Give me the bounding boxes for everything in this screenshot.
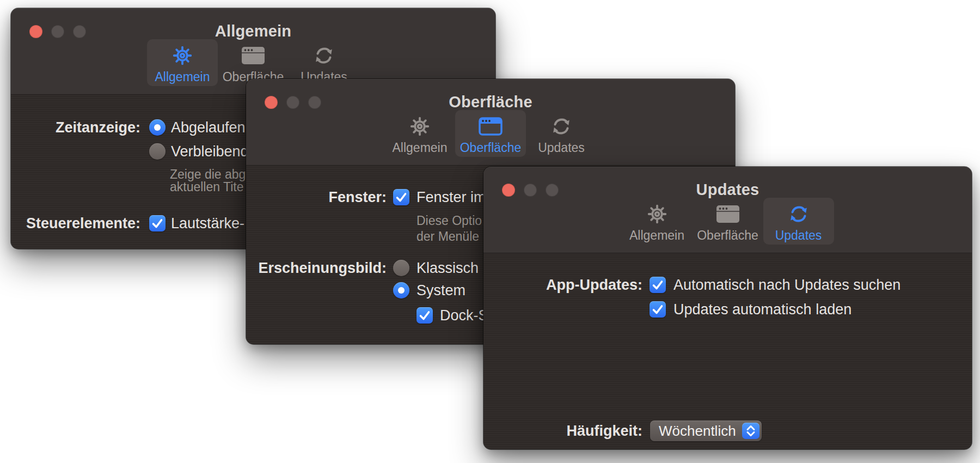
tab-oberflaeche[interactable]: Oberfläche (455, 110, 526, 157)
window-title: Updates (483, 181, 972, 199)
checkbox-auto-load-label[interactable]: Updates automatisch laden (673, 301, 852, 318)
toolbar: Allgemein Oberfläche Updates (246, 110, 735, 157)
checkbox-dock[interactable] (416, 307, 433, 324)
haeufigkeit-label: Häufigkeit: (483, 423, 642, 440)
checkbox-auto-check[interactable] (650, 277, 666, 293)
frequency-dropdown[interactable]: Wöchentlich (650, 421, 762, 441)
refresh-icon (786, 200, 811, 228)
checkbox-lautstaerke[interactable] (149, 215, 166, 232)
radio-verbleibend-label[interactable]: Verbleibend (171, 143, 249, 160)
gear-icon (170, 41, 195, 70)
radio-abgelaufen-label[interactable]: Abgelaufen (171, 119, 246, 136)
tab-label: Updates (775, 228, 822, 242)
stepper-icon (742, 423, 759, 439)
frequency-value: Wöchentlich (650, 423, 742, 440)
titlebar[interactable]: Updates Allgemein Oberfläche Updates (483, 167, 972, 253)
tab-allgemein[interactable]: Allgemein (384, 110, 455, 157)
app-updates-label: App-Updates: (483, 277, 642, 294)
tab-oberflaeche[interactable]: Oberfläche (693, 198, 763, 245)
settings-pane-updates: App-Updates: Automatisch nach Updates su… (483, 253, 972, 449)
window-title: Allgemein (11, 22, 495, 40)
checkbox-lautstaerke-label[interactable]: Lautstärke- (171, 215, 244, 232)
window-updates: Updates Allgemein Oberfläche Updates (483, 167, 972, 449)
tab-label: Allgemein (629, 228, 684, 242)
fenster-helper-line2: der Menüle (416, 229, 479, 244)
tab-allgemein[interactable]: Allgemein (622, 198, 693, 245)
window-title: Oberfläche (246, 93, 735, 111)
titlebar[interactable]: Oberfläche Allgemein Oberfläche Updates (246, 79, 735, 165)
gear-icon (407, 112, 432, 141)
auto-load-row: Updates automatisch laden (483, 300, 972, 319)
fenster-label: Fenster: (246, 189, 387, 206)
fenster-helper-line1: Diese Optio (416, 214, 482, 228)
tab-allgemein[interactable]: Allgemein (147, 39, 218, 86)
tab-label: Allgemein (155, 70, 210, 84)
checkbox-auto-check-label[interactable]: Automatisch nach Updates suchen (673, 277, 901, 294)
erscheinungsbild-label: Erscheinungsbild: (246, 260, 387, 277)
radio-klassisch-label[interactable]: Klassisch (416, 260, 479, 277)
radio-verbleibend[interactable] (149, 143, 166, 160)
checkbox-auto-load[interactable] (650, 301, 666, 318)
time-helper-line2: aktuellen Tite (170, 180, 244, 194)
radio-klassisch[interactable] (393, 260, 409, 276)
zeitanzeige-label: Zeitanzeige: (11, 119, 140, 136)
window-icon (715, 200, 741, 228)
gear-icon (645, 200, 670, 228)
radio-system-label[interactable]: System (416, 282, 465, 299)
checkbox-dock-label[interactable]: Dock-S (440, 307, 488, 324)
radio-system[interactable] (393, 282, 409, 298)
tab-updates[interactable]: Updates (763, 198, 834, 245)
tab-updates[interactable]: Updates (526, 110, 597, 157)
steuerelemente-label: Steuerelemente: (11, 215, 140, 232)
checkbox-fenster-label[interactable]: Fenster im (416, 189, 486, 206)
refresh-icon (311, 41, 336, 70)
toolbar: Allgemein Oberfläche Updates (483, 198, 972, 245)
app-updates-row: App-Updates: Automatisch nach Updates su… (483, 276, 972, 294)
tab-label: Oberfläche (460, 141, 522, 155)
checkbox-fenster[interactable] (393, 189, 409, 205)
window-icon (240, 41, 266, 70)
refresh-icon (549, 112, 574, 141)
tab-label: Allgemein (393, 141, 448, 155)
radio-abgelaufen[interactable] (149, 119, 166, 136)
tab-label: Updates (538, 141, 585, 155)
tab-label: Oberfläche (697, 228, 758, 242)
window-icon (477, 112, 504, 141)
